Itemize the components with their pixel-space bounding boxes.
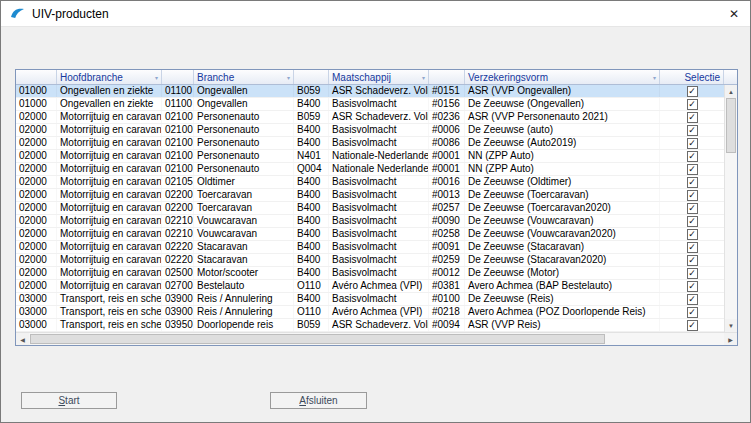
- cell-hoofdbranche[interactable]: Motorrijtuig en caravan: [57, 124, 162, 136]
- cell-branche[interactable]: Personenauto: [194, 150, 294, 162]
- table-row[interactable]: 01000Ongevallen en ziekte01100Ongevallen…: [16, 98, 724, 111]
- close-icon[interactable]: ✕: [724, 4, 744, 24]
- cell-verzekeringsvorm[interactable]: ASR (VVP Ongevallen): [465, 85, 660, 97]
- cell-branche[interactable]: Ongevallen: [194, 98, 294, 110]
- selectie-checkbox[interactable]: ✓: [687, 99, 698, 110]
- cell-branche-code[interactable]: 02105: [162, 176, 194, 188]
- cell-branche[interactable]: Personenauto: [194, 163, 294, 175]
- cell-vorm-nummer[interactable]: #0090: [429, 215, 465, 227]
- cell-hoofdbranche[interactable]: Transport, reis en scheepv: [57, 319, 162, 331]
- vertical-scrollbar-thumb[interactable]: [726, 98, 736, 153]
- cell-vorm-nummer[interactable]: #0100: [429, 293, 465, 305]
- cell-branche-code[interactable]: 02100: [162, 137, 194, 149]
- cell-branche-code[interactable]: 02220: [162, 254, 194, 266]
- cell-vorm-nummer[interactable]: #0012: [429, 267, 465, 279]
- cell-maatschappij[interactable]: Basisvolmacht: [329, 124, 429, 136]
- table-row[interactable]: 02000Motorrijtuig en caravan02210Vouwcar…: [16, 215, 724, 228]
- cell-branche[interactable]: Stacaravan: [194, 254, 294, 266]
- cell-hoofdbranche-code[interactable]: 03000: [16, 306, 57, 318]
- cell-maatschappij[interactable]: Basisvolmacht: [329, 98, 429, 110]
- cell-branche[interactable]: Vouwcaravan: [194, 228, 294, 240]
- selectie-checkbox[interactable]: ✓: [687, 164, 698, 175]
- cell-maatschappij[interactable]: Nationale Nederlanden (: [329, 163, 429, 175]
- table-row[interactable]: 01000Ongevallen en ziekte01100Ongevallen…: [16, 85, 724, 98]
- cell-branche-code[interactable]: 03950: [162, 319, 194, 331]
- cell-maatschappij[interactable]: Basisvolmacht: [329, 241, 429, 253]
- cell-vorm-nummer[interactable]: #0236: [429, 111, 465, 123]
- selectie-checkbox[interactable]: ✓: [687, 86, 698, 97]
- table-row[interactable]: 02000Motorrijtuig en caravan02100Persone…: [16, 137, 724, 150]
- cell-hoofdbranche-code[interactable]: 03000: [16, 319, 57, 331]
- cell-hoofdbranche[interactable]: Motorrijtuig en caravan: [57, 163, 162, 175]
- cell-maatschappij-code[interactable]: B059: [294, 111, 329, 123]
- cell-branche[interactable]: Reis / Annulering: [194, 306, 294, 318]
- cell-verzekeringsvorm[interactable]: De Zeeuwse (Ongevallen): [465, 98, 660, 110]
- cell-maatschappij-code[interactable]: B400: [294, 254, 329, 266]
- cell-verzekeringsvorm[interactable]: De Zeeuwse (Vouwcaravan): [465, 215, 660, 227]
- cell-branche-code[interactable]: 02700: [162, 280, 194, 292]
- cell-branche-code[interactable]: 03900: [162, 306, 194, 318]
- cell-verzekeringsvorm[interactable]: NN (ZPP Auto): [465, 150, 660, 162]
- table-row[interactable]: 03000Transport, reis en scheepv03900Reis…: [16, 293, 724, 306]
- selectie-checkbox[interactable]: ✓: [687, 320, 698, 331]
- cell-branche[interactable]: Personenauto: [194, 111, 294, 123]
- cell-branche-code[interactable]: 02210: [162, 228, 194, 240]
- cell-branche-code[interactable]: 01100: [162, 85, 194, 97]
- cell-hoofdbranche[interactable]: Transport, reis en scheepv: [57, 306, 162, 318]
- cell-maatschappij-code[interactable]: O110: [294, 280, 329, 292]
- scroll-up-icon[interactable]: ▲: [725, 85, 737, 98]
- cell-branche-code[interactable]: 03900: [162, 293, 194, 305]
- cell-hoofdbranche[interactable]: Motorrijtuig en caravan: [57, 202, 162, 214]
- cell-hoofdbranche-code[interactable]: 01000: [16, 98, 57, 110]
- cell-hoofdbranche[interactable]: Motorrijtuig en caravan: [57, 241, 162, 253]
- cell-hoofdbranche[interactable]: Motorrijtuig en caravan: [57, 280, 162, 292]
- cell-maatschappij[interactable]: Avéro Achmea (VPI): [329, 306, 429, 318]
- cell-hoofdbranche-code[interactable]: 02000: [16, 215, 57, 227]
- table-row[interactable]: 02000Motorrijtuig en caravan02220Stacara…: [16, 241, 724, 254]
- cell-verzekeringsvorm[interactable]: De Zeeuwse (Motor): [465, 267, 660, 279]
- cell-maatschappij-code[interactable]: B400: [294, 176, 329, 188]
- cell-hoofdbranche-code[interactable]: 03000: [16, 293, 57, 305]
- cell-branche-code[interactable]: 02220: [162, 241, 194, 253]
- cell-vorm-nummer[interactable]: #0086: [429, 137, 465, 149]
- cell-branche[interactable]: Reis / Annulering: [194, 293, 294, 305]
- selectie-checkbox[interactable]: ✓: [687, 216, 698, 227]
- table-row[interactable]: 02000Motorrijtuig en caravan02500Motor/s…: [16, 267, 724, 280]
- cell-branche[interactable]: Personenauto: [194, 124, 294, 136]
- cell-hoofdbranche[interactable]: Motorrijtuig en caravan: [57, 176, 162, 188]
- cell-verzekeringsvorm[interactable]: De Zeeuwse (Stacaravan): [465, 241, 660, 253]
- cell-hoofdbranche-code[interactable]: 02000: [16, 111, 57, 123]
- cell-hoofdbranche-code[interactable]: 02000: [16, 137, 57, 149]
- cell-hoofdbranche-code[interactable]: 01000: [16, 85, 57, 97]
- selectie-checkbox[interactable]: ✓: [687, 112, 698, 123]
- table-row[interactable]: 03000Transport, reis en scheepv03900Reis…: [16, 306, 724, 319]
- selectie-checkbox[interactable]: ✓: [687, 294, 698, 305]
- selectie-checkbox[interactable]: ✓: [687, 177, 698, 188]
- header-hoofdbranche[interactable]: Hoofdbranche▾: [57, 70, 162, 84]
- table-row[interactable]: 02000Motorrijtuig en caravan02200Toercar…: [16, 189, 724, 202]
- cell-maatschappij-code[interactable]: B400: [294, 267, 329, 279]
- scroll-right-icon[interactable]: ▶: [724, 333, 737, 345]
- selectie-checkbox[interactable]: ✓: [687, 242, 698, 253]
- scroll-down-icon[interactable]: ▼: [725, 319, 737, 332]
- cell-maatschappij[interactable]: Basisvolmacht: [329, 189, 429, 201]
- cell-hoofdbranche-code[interactable]: 02000: [16, 124, 57, 136]
- cell-maatschappij-code[interactable]: B400: [294, 98, 329, 110]
- selectie-checkbox[interactable]: ✓: [687, 281, 698, 292]
- selectie-checkbox[interactable]: ✓: [687, 229, 698, 240]
- selectie-checkbox[interactable]: ✓: [687, 138, 698, 149]
- afsluiten-button[interactable]: Afsluiten: [270, 392, 367, 409]
- cell-hoofdbranche[interactable]: Transport, reis en scheepv: [57, 293, 162, 305]
- cell-hoofdbranche[interactable]: Motorrijtuig en caravan: [57, 189, 162, 201]
- cell-verzekeringsvorm[interactable]: De Zeeuwse (Stacaravan2020): [465, 254, 660, 266]
- cell-branche[interactable]: Stacaravan: [194, 241, 294, 253]
- cell-maatschappij-code[interactable]: B400: [294, 189, 329, 201]
- header-verzekeringsvorm[interactable]: Verzekeringsvorm▾: [465, 70, 660, 84]
- cell-verzekeringsvorm[interactable]: De Zeeuwse (auto): [465, 124, 660, 136]
- cell-maatschappij-code[interactable]: B400: [294, 241, 329, 253]
- cell-vorm-nummer[interactable]: #0218: [429, 306, 465, 318]
- cell-maatschappij[interactable]: Basisvolmacht: [329, 202, 429, 214]
- cell-maatschappij-code[interactable]: N401: [294, 150, 329, 162]
- cell-verzekeringsvorm[interactable]: De Zeeuwse (Toercaravan): [465, 189, 660, 201]
- selectie-checkbox[interactable]: ✓: [687, 203, 698, 214]
